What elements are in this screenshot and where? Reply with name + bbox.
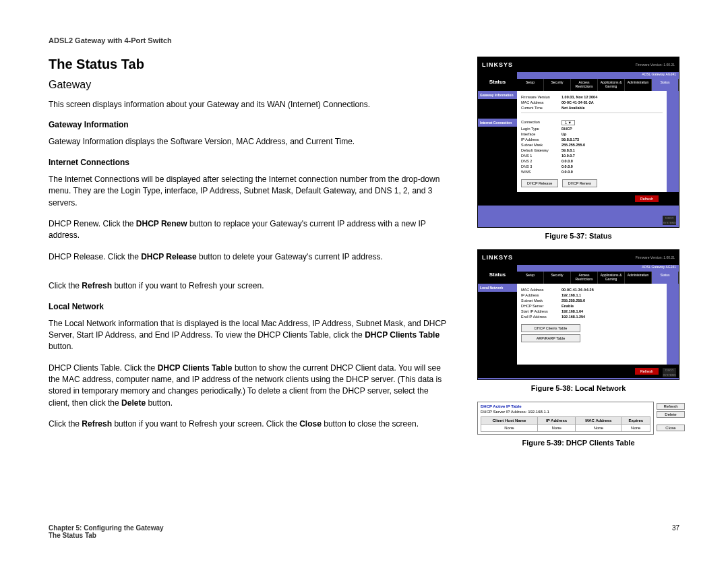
section-local-network: Local Network (49, 302, 450, 311)
kv-label: Connection (521, 120, 562, 125)
dhcp-release-button[interactable]: DHCP Release (521, 179, 558, 187)
firmware-version: Firmware Version: 1.00.21 (636, 63, 675, 67)
kv-value: Not Available (562, 106, 584, 110)
brand-logo: LINKSYS (482, 254, 513, 261)
ic-body-2: DHCP Renew. Click the DHCP Renew button … (49, 218, 450, 242)
kv-value: DHCP (562, 127, 572, 131)
refresh-button[interactable]: Refresh (657, 403, 685, 410)
tab-administration[interactable]: Administration (625, 79, 652, 91)
figure-caption-38: Figure 5-38: Local Network (477, 384, 679, 392)
ln-body-3: Click the Refresh button if you want to … (49, 418, 450, 430)
ln-body-1: The Local Network information that is di… (49, 318, 450, 353)
text: Click the (49, 419, 82, 429)
kv-value: 1.00.03, Nov 12 2004 (562, 95, 597, 99)
tab-status[interactable]: Status (652, 79, 679, 91)
kv-label: Current Time (521, 106, 562, 110)
tab-applications-gaming[interactable]: Applications & Gaming (598, 79, 625, 91)
kv-label: IP Address (521, 293, 562, 297)
tab-security[interactable]: Security (544, 79, 571, 91)
sidebar-local-network: Local Network (478, 284, 517, 292)
page-title: The Status Tab (49, 57, 450, 72)
sidebar-internet-connection: Internet Connection (478, 119, 517, 127)
kv-value[interactable]: 1 ▼ (562, 120, 575, 125)
dhcp-clients-table-button[interactable]: DHCP Clients Table (521, 324, 580, 332)
table-row: None None None None (481, 425, 650, 432)
figure-caption-39: Figure 5-39: DHCP Clients Table (477, 439, 679, 447)
tab-setup[interactable]: Setup (517, 272, 544, 284)
kv-value: 00-0C-41-34-A4-25 (562, 288, 594, 292)
kv-value: Up (562, 132, 566, 136)
page-footer: Chapter 5: Configuring the Gateway The S… (49, 524, 679, 539)
text: button if you want to Refresh your scree… (112, 281, 264, 290)
kv-value: 192.168.1.254 (562, 315, 585, 319)
ln-body-2: DHCP Clients Table. Click the DHCP Clien… (49, 363, 450, 410)
tab-access-restrictions[interactable]: Access Restrictions (571, 79, 598, 91)
kv-value: 0.0.0.0 (562, 159, 573, 163)
main-column: The Status Tab Gateway This screen displ… (49, 57, 450, 456)
col-ip-address: IP Address (537, 417, 575, 425)
sidebar-gateway-information: Gateway Information (478, 91, 517, 100)
figure-local-network-screenshot: LINKSYS Firmware Version: 1.00.21 Status… (477, 249, 679, 380)
doc-header: ADSL2 Gateway with 4-Port Switch (49, 36, 679, 44)
kv-value: 255.255.255.0 (562, 143, 585, 147)
text: Click the (49, 281, 82, 290)
close-button[interactable]: Close (657, 425, 685, 431)
refresh-button[interactable]: Refresh (635, 195, 659, 202)
footer-chapter: Chapter 5: Configuring the Gateway (49, 524, 164, 532)
tab-row: Setup Security Access Restrictions Appli… (517, 272, 679, 284)
kv-value: 59.8.8.173 (562, 137, 579, 142)
kv-label: Start IP Address (521, 309, 562, 313)
arp-rarp-table-button[interactable]: ARP/RARP Table (521, 334, 580, 342)
kv-value: 0.0.0.0 (562, 170, 573, 174)
col-client-host-name: Client Host Name (481, 417, 538, 425)
kv-label: DNS 2 (521, 159, 562, 163)
gateway-info-body: Gateway Information displays the Softwar… (49, 136, 450, 148)
bold-dhcp-clients-table-2: DHCP Clients Table (158, 363, 233, 373)
kv-label: Firmware Version (521, 95, 562, 99)
tab-status[interactable]: Status (652, 272, 679, 284)
bold-dhcp-clients-table: DHCP Clients Table (365, 330, 439, 340)
tab-applications-gaming[interactable]: Applications & Gaming (598, 272, 625, 284)
status-tab-heading: Status (478, 72, 517, 91)
kv-label: Subnet Mask (521, 299, 562, 303)
text: button. (146, 398, 173, 408)
kv-value: 59.8.8.1 (562, 148, 575, 152)
cell: None (537, 425, 575, 432)
cell: None (621, 425, 650, 432)
bold-refresh: Refresh (82, 281, 112, 290)
intro-text: This screen displays information about y… (49, 99, 450, 111)
dhcp-table-title: DHCP Active IP Table (481, 404, 650, 408)
firmware-version: Firmware Version: 1.00.21 (636, 255, 675, 259)
tab-row: Setup Security Access Restrictions Appli… (517, 79, 679, 91)
kv-label: Default Gateway (521, 148, 562, 152)
figure-status-screenshot: LINKSYS Firmware Version: 1.00.21 Status… (477, 57, 679, 228)
text: DHCP Clients Table. Click the (49, 363, 158, 373)
kv-value: 192.168.1.64 (562, 309, 583, 313)
refresh-button[interactable]: Refresh (635, 368, 659, 375)
tab-setup[interactable]: Setup (517, 79, 544, 91)
kv-label: DNS 3 (521, 164, 562, 168)
kv-value: Enable (562, 304, 574, 308)
side-column: LINKSYS Firmware Version: 1.00.21 Status… (477, 57, 679, 456)
page-number: 37 (672, 524, 679, 539)
figure-dhcp-clients-table: DHCP Active IP Table DHCP Server IP Addr… (477, 402, 679, 435)
tab-administration[interactable]: Administration (625, 272, 652, 284)
text: button if you want to Refresh your scree… (112, 419, 299, 429)
tab-security[interactable]: Security (544, 272, 571, 284)
ic-body-1: The Internet Connections will be display… (49, 174, 450, 209)
kv-value: 255.255.255.0 (562, 299, 585, 303)
text: button. (49, 342, 73, 351)
subtitle: Gateway (49, 79, 450, 91)
cisco-logo: CISCO SYSTEMS (663, 216, 676, 225)
bold-refresh-2: Refresh (82, 419, 112, 429)
kv-value: 0.0.0.0 (562, 164, 573, 168)
dhcp-renew-button[interactable]: DHCP Renew (562, 179, 597, 187)
cell: None (576, 425, 621, 432)
model-label: ADSL Gateway AG241 (517, 72, 679, 79)
dhcp-server-ip: DHCP Server IP Address: 192.168.1.1 (481, 410, 650, 414)
tab-access-restrictions[interactable]: Access Restrictions (571, 272, 598, 284)
text: button to close the screen. (322, 419, 419, 429)
delete-button[interactable]: Delete (657, 411, 685, 418)
brand-logo: LINKSYS (482, 61, 513, 68)
section-gateway-info: Gateway Information (49, 120, 450, 129)
